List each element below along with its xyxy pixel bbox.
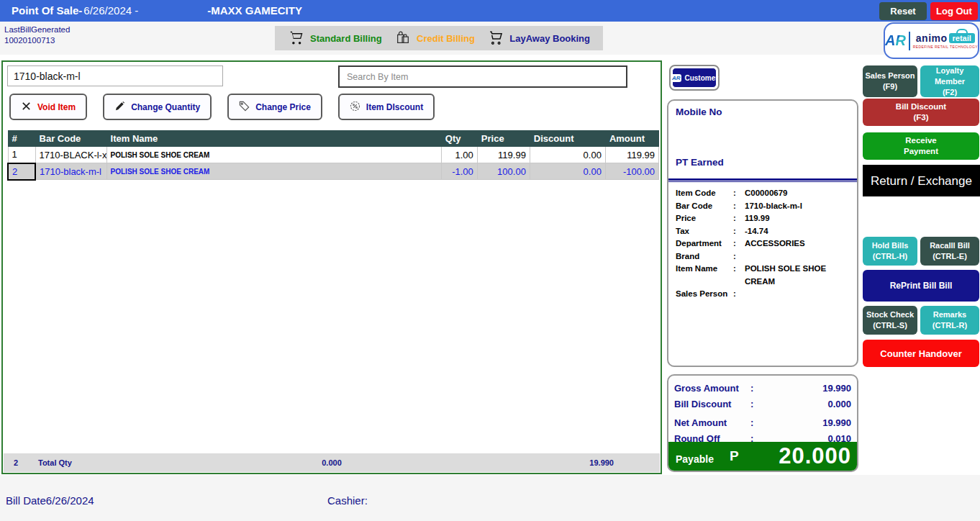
bill-discount-button[interactable]: Bill Discount(F3) (863, 99, 979, 126)
tab-layaway-booking[interactable]: LayAway Booking (487, 30, 590, 47)
change-quantity-label: Change Quantity (131, 102, 200, 112)
row-barcode[interactable]: 1710-black-m-l (35, 163, 106, 180)
bill-date-label: Bill Date6/26/2024 (6, 494, 94, 507)
tab-standard-billing[interactable]: Standard Billing (288, 30, 382, 47)
customer-button-label: Customer (684, 74, 718, 82)
net-amount-row: Net Amount:19.990 (674, 414, 851, 430)
cart-icon (288, 30, 305, 47)
receive-payment-button[interactable]: ReceivePayment (863, 132, 979, 160)
search-item-input[interactable] (338, 65, 627, 88)
logo-tagline: REDEFINE RETAIL TECHNOLOGY (913, 45, 978, 49)
header-discount: Discount (530, 131, 605, 147)
row-barcode[interactable]: 1710-BLACK-l-xl (35, 147, 106, 163)
table-totals-row: 2 Total Qty 0.000 19.990 (4, 453, 660, 472)
detail-row-item-name: Item Name:POLISH SOLE SHOE CREAM (676, 263, 851, 288)
ar-logo-icon: AR (885, 32, 906, 49)
row-amount[interactable]: -100.00 (605, 163, 658, 180)
ar-badge-icon: AR (671, 74, 682, 82)
row-discount[interactable]: 0.00 (530, 163, 605, 180)
hold-bills-button[interactable]: Hold Bills(CTRL-H) (863, 237, 917, 266)
gross-amount-row: Gross Amount:19.990 (674, 380, 851, 396)
row-item-name[interactable]: POLISH SOLE SHOE CREAM (106, 147, 441, 163)
void-item-button[interactable]: Void Item (9, 94, 87, 120)
header-item-name: Item Name (106, 131, 441, 147)
tab-layaway-booking-label: LayAway Booking (509, 33, 590, 44)
animo-retail-logo: AR animo retail REDEFINE RETAIL TECHNOLO… (884, 22, 979, 59)
percent-icon (350, 101, 360, 114)
title-date: 6/26/2024 - (83, 4, 138, 17)
bill-totals-panel: Gross Amount:19.990 Bill Discount:0.000 … (667, 374, 858, 472)
tab-credit-billing-label: Credit Billing (417, 33, 475, 44)
customer-info-panel: Mobile No PT Earned Item Code:C00000679 … (667, 99, 858, 367)
sub-header: LastBillGenerated 10020100713 Standard B… (0, 22, 980, 55)
loyalty-member-button[interactable]: Loyalty Member(F2) (920, 65, 979, 97)
tab-standard-billing-label: Standard Billing (310, 33, 382, 44)
header-num: # (8, 131, 35, 147)
row-price[interactable]: 119.99 (477, 147, 530, 163)
header-price: Price (477, 131, 530, 147)
bill-items-table: # Bar Code Item Name Qty Price Discount … (7, 130, 659, 181)
item-action-toolbar: Void Item Change Quantity Change Price I… (9, 94, 435, 120)
pencil-icon (114, 101, 125, 114)
barcode-input[interactable] (7, 65, 223, 86)
detail-row-tax: Tax:-14.74 (676, 225, 851, 238)
row-qty[interactable]: -1.00 (441, 163, 477, 180)
title-store-name: -MAXX GAMECITY (207, 4, 302, 17)
logout-button[interactable]: Log Out (930, 2, 978, 20)
total-qty-value: 0.000 (4, 458, 660, 467)
title-app-name: Point Of Sale- (12, 4, 82, 17)
change-quantity-button[interactable]: Change Quantity (103, 94, 212, 120)
change-price-label: Change Price (255, 102, 311, 112)
change-price-button[interactable]: Change Price (227, 94, 322, 120)
mobile-no-label: Mobile No (676, 107, 722, 117)
row-qty[interactable]: 1.00 (441, 147, 477, 163)
item-discount-button[interactable]: Item DIscount (338, 94, 435, 120)
detail-row-department: Department:ACCESSORIES (676, 237, 851, 250)
cart-outline-icon (487, 30, 504, 47)
page-title: Point Of Sale-6/26/2024 --MAXX GAMECITY (12, 0, 302, 22)
recall-bill-button[interactable]: Racalll Bill(CTRL-E) (920, 237, 979, 266)
row-item-name[interactable]: POLISH SOLE SHOE CREAM (106, 163, 441, 180)
payable-label: Payable (676, 453, 714, 465)
logo-retail-badge: retail (949, 33, 975, 43)
reset-button[interactable]: Reset (879, 2, 927, 20)
tab-credit-billing[interactable]: Credit Billing (394, 30, 475, 47)
customer-button[interactable]: AR Customer (669, 65, 720, 91)
header-barcode: Bar Code (35, 131, 106, 147)
row-num[interactable]: 2 (8, 163, 35, 180)
remarks-button[interactable]: Remarks(CTRL-R) (920, 306, 979, 335)
detail-row-sales-person: Sales Person: (676, 288, 851, 301)
row-discount[interactable]: 0.00 (530, 147, 605, 163)
shopping-bags-icon (394, 30, 412, 47)
item-discount-label: Item DIscount (366, 102, 423, 112)
last-bill-label: LastBillGenerated (4, 24, 70, 35)
x-icon (21, 101, 32, 114)
header-qty: Qty (441, 131, 477, 147)
counter-handover-button[interactable]: Counter Handover (863, 340, 979, 367)
item-details-list: Item Code:C00000679 Bar Code:1710-black-… (676, 187, 851, 301)
pos-screen: Point Of Sale-6/26/2024 --MAXX GAMECITY … (0, 0, 980, 521)
bill-discount-row: Bill Discount:0.000 (674, 396, 851, 412)
row-amount[interactable]: 119.99 (605, 147, 658, 163)
total-amount-value: 19.990 (589, 458, 614, 467)
header-amount: Amount (605, 131, 658, 147)
row-num[interactable]: 1 (8, 147, 35, 163)
return-exchange-button[interactable]: Return / Exchange (863, 165, 980, 196)
cashier-label: Cashier: (327, 494, 368, 507)
detail-row-price: Price:119.99 (676, 212, 851, 225)
table-row-selected[interactable]: 2 1710-black-m-l POLISH SOLE SHOE CREAM … (8, 163, 659, 180)
billing-panel: Void Item Change Quantity Change Price I… (1, 60, 662, 474)
last-bill-number: 10020100713 (4, 35, 70, 46)
reprint-bill-button[interactable]: RePrint Bill Bill (863, 270, 979, 302)
detail-row-bar-code: Bar Code:1710-black-m-l (676, 200, 851, 213)
table-row[interactable]: 1 1710-BLACK-l-xl POLISH SOLE SHOE CREAM… (8, 147, 659, 163)
sales-person-button[interactable]: Sales Person(F9) (863, 65, 917, 97)
panel-divider (668, 178, 857, 182)
pt-earned-label: PT Earned (676, 157, 724, 168)
row-price[interactable]: 100.00 (477, 163, 530, 180)
currency-symbol: P (730, 448, 739, 464)
table-header-row: # Bar Code Item Name Qty Price Discount … (8, 131, 659, 147)
stock-check-button[interactable]: Stock Check(CTRL-S) (863, 306, 917, 335)
payable-bar: Payable P 20.000 (668, 442, 857, 471)
billing-mode-tabs: Standard Billing Credit Billing LayAway … (275, 26, 603, 50)
